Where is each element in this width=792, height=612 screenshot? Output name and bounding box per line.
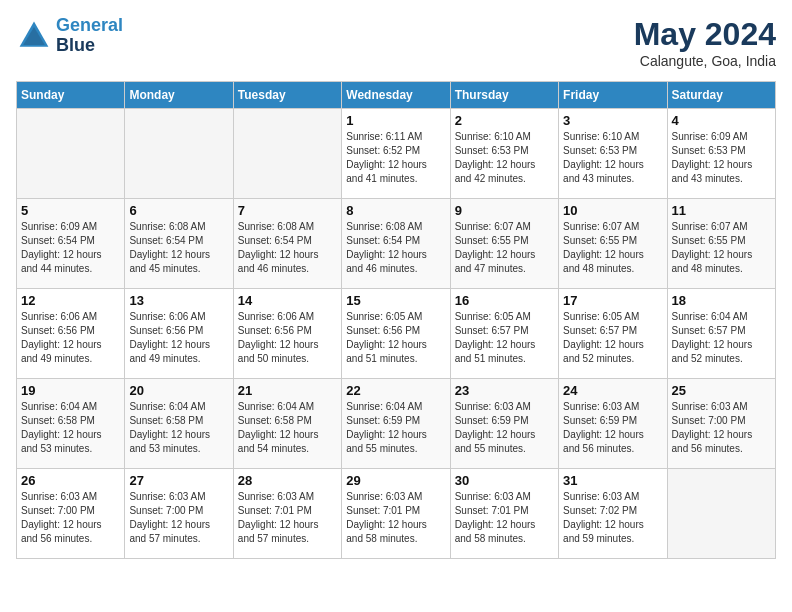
day-info: Sunrise: 6:10 AM Sunset: 6:53 PM Dayligh… <box>563 130 662 186</box>
day-number: 13 <box>129 293 228 308</box>
title-block: May 2024 Calangute, Goa, India <box>634 16 776 69</box>
calendar-cell: 2Sunrise: 6:10 AM Sunset: 6:53 PM Daylig… <box>450 109 558 199</box>
day-number: 19 <box>21 383 120 398</box>
day-info: Sunrise: 6:03 AM Sunset: 7:01 PM Dayligh… <box>346 490 445 546</box>
calendar-cell: 8Sunrise: 6:08 AM Sunset: 6:54 PM Daylig… <box>342 199 450 289</box>
day-info: Sunrise: 6:05 AM Sunset: 6:57 PM Dayligh… <box>563 310 662 366</box>
month-title: May 2024 <box>634 16 776 53</box>
day-number: 21 <box>238 383 337 398</box>
calendar-week-row: 26Sunrise: 6:03 AM Sunset: 7:00 PM Dayli… <box>17 469 776 559</box>
day-info: Sunrise: 6:04 AM Sunset: 6:58 PM Dayligh… <box>21 400 120 456</box>
calendar-cell: 26Sunrise: 6:03 AM Sunset: 7:00 PM Dayli… <box>17 469 125 559</box>
calendar-cell: 25Sunrise: 6:03 AM Sunset: 7:00 PM Dayli… <box>667 379 775 469</box>
calendar-cell: 24Sunrise: 6:03 AM Sunset: 6:59 PM Dayli… <box>559 379 667 469</box>
calendar-cell: 21Sunrise: 6:04 AM Sunset: 6:58 PM Dayli… <box>233 379 341 469</box>
calendar-cell <box>125 109 233 199</box>
calendar-table: SundayMondayTuesdayWednesdayThursdayFrid… <box>16 81 776 559</box>
location: Calangute, Goa, India <box>634 53 776 69</box>
day-number: 16 <box>455 293 554 308</box>
day-number: 31 <box>563 473 662 488</box>
calendar-cell: 14Sunrise: 6:06 AM Sunset: 6:56 PM Dayli… <box>233 289 341 379</box>
day-number: 5 <box>21 203 120 218</box>
day-number: 26 <box>21 473 120 488</box>
calendar-cell: 15Sunrise: 6:05 AM Sunset: 6:56 PM Dayli… <box>342 289 450 379</box>
day-info: Sunrise: 6:06 AM Sunset: 6:56 PM Dayligh… <box>238 310 337 366</box>
day-info: Sunrise: 6:03 AM Sunset: 7:00 PM Dayligh… <box>21 490 120 546</box>
day-info: Sunrise: 6:09 AM Sunset: 6:54 PM Dayligh… <box>21 220 120 276</box>
calendar-cell: 4Sunrise: 6:09 AM Sunset: 6:53 PM Daylig… <box>667 109 775 199</box>
calendar-cell: 28Sunrise: 6:03 AM Sunset: 7:01 PM Dayli… <box>233 469 341 559</box>
day-info: Sunrise: 6:03 AM Sunset: 7:00 PM Dayligh… <box>672 400 771 456</box>
calendar-cell: 3Sunrise: 6:10 AM Sunset: 6:53 PM Daylig… <box>559 109 667 199</box>
day-number: 27 <box>129 473 228 488</box>
calendar-cell: 27Sunrise: 6:03 AM Sunset: 7:00 PM Dayli… <box>125 469 233 559</box>
day-info: Sunrise: 6:11 AM Sunset: 6:52 PM Dayligh… <box>346 130 445 186</box>
day-number: 6 <box>129 203 228 218</box>
day-number: 24 <box>563 383 662 398</box>
day-info: Sunrise: 6:08 AM Sunset: 6:54 PM Dayligh… <box>346 220 445 276</box>
day-number: 12 <box>21 293 120 308</box>
day-number: 9 <box>455 203 554 218</box>
day-number: 15 <box>346 293 445 308</box>
day-info: Sunrise: 6:07 AM Sunset: 6:55 PM Dayligh… <box>563 220 662 276</box>
day-info: Sunrise: 6:03 AM Sunset: 7:01 PM Dayligh… <box>455 490 554 546</box>
calendar-cell: 1Sunrise: 6:11 AM Sunset: 6:52 PM Daylig… <box>342 109 450 199</box>
day-info: Sunrise: 6:09 AM Sunset: 6:53 PM Dayligh… <box>672 130 771 186</box>
day-number: 14 <box>238 293 337 308</box>
calendar-cell: 20Sunrise: 6:04 AM Sunset: 6:58 PM Dayli… <box>125 379 233 469</box>
day-number: 18 <box>672 293 771 308</box>
day-info: Sunrise: 6:03 AM Sunset: 7:02 PM Dayligh… <box>563 490 662 546</box>
day-number: 7 <box>238 203 337 218</box>
day-number: 8 <box>346 203 445 218</box>
logo: General Blue <box>16 16 123 56</box>
day-info: Sunrise: 6:07 AM Sunset: 6:55 PM Dayligh… <box>672 220 771 276</box>
weekday-header-monday: Monday <box>125 82 233 109</box>
weekday-header-saturday: Saturday <box>667 82 775 109</box>
weekday-header-row: SundayMondayTuesdayWednesdayThursdayFrid… <box>17 82 776 109</box>
day-info: Sunrise: 6:04 AM Sunset: 6:58 PM Dayligh… <box>129 400 228 456</box>
calendar-cell: 13Sunrise: 6:06 AM Sunset: 6:56 PM Dayli… <box>125 289 233 379</box>
logo-text: General Blue <box>56 16 123 56</box>
day-info: Sunrise: 6:05 AM Sunset: 6:57 PM Dayligh… <box>455 310 554 366</box>
day-info: Sunrise: 6:06 AM Sunset: 6:56 PM Dayligh… <box>21 310 120 366</box>
weekday-header-friday: Friday <box>559 82 667 109</box>
day-number: 2 <box>455 113 554 128</box>
day-number: 30 <box>455 473 554 488</box>
logo-icon <box>16 18 52 54</box>
day-number: 20 <box>129 383 228 398</box>
day-info: Sunrise: 6:08 AM Sunset: 6:54 PM Dayligh… <box>238 220 337 276</box>
weekday-header-sunday: Sunday <box>17 82 125 109</box>
calendar-cell: 23Sunrise: 6:03 AM Sunset: 6:59 PM Dayli… <box>450 379 558 469</box>
calendar-week-row: 12Sunrise: 6:06 AM Sunset: 6:56 PM Dayli… <box>17 289 776 379</box>
day-info: Sunrise: 6:06 AM Sunset: 6:56 PM Dayligh… <box>129 310 228 366</box>
calendar-cell <box>17 109 125 199</box>
calendar-cell: 29Sunrise: 6:03 AM Sunset: 7:01 PM Dayli… <box>342 469 450 559</box>
calendar-cell: 22Sunrise: 6:04 AM Sunset: 6:59 PM Dayli… <box>342 379 450 469</box>
calendar-cell: 10Sunrise: 6:07 AM Sunset: 6:55 PM Dayli… <box>559 199 667 289</box>
day-info: Sunrise: 6:03 AM Sunset: 7:00 PM Dayligh… <box>129 490 228 546</box>
day-number: 25 <box>672 383 771 398</box>
calendar-cell: 12Sunrise: 6:06 AM Sunset: 6:56 PM Dayli… <box>17 289 125 379</box>
calendar-week-row: 19Sunrise: 6:04 AM Sunset: 6:58 PM Dayli… <box>17 379 776 469</box>
day-info: Sunrise: 6:03 AM Sunset: 7:01 PM Dayligh… <box>238 490 337 546</box>
day-info: Sunrise: 6:04 AM Sunset: 6:59 PM Dayligh… <box>346 400 445 456</box>
day-info: Sunrise: 6:10 AM Sunset: 6:53 PM Dayligh… <box>455 130 554 186</box>
calendar-cell: 17Sunrise: 6:05 AM Sunset: 6:57 PM Dayli… <box>559 289 667 379</box>
calendar-cell: 30Sunrise: 6:03 AM Sunset: 7:01 PM Dayli… <box>450 469 558 559</box>
weekday-header-thursday: Thursday <box>450 82 558 109</box>
calendar-cell: 5Sunrise: 6:09 AM Sunset: 6:54 PM Daylig… <box>17 199 125 289</box>
calendar-cell: 16Sunrise: 6:05 AM Sunset: 6:57 PM Dayli… <box>450 289 558 379</box>
day-number: 23 <box>455 383 554 398</box>
day-number: 17 <box>563 293 662 308</box>
day-info: Sunrise: 6:03 AM Sunset: 6:59 PM Dayligh… <box>563 400 662 456</box>
day-info: Sunrise: 6:04 AM Sunset: 6:57 PM Dayligh… <box>672 310 771 366</box>
calendar-cell: 18Sunrise: 6:04 AM Sunset: 6:57 PM Dayli… <box>667 289 775 379</box>
calendar-cell <box>233 109 341 199</box>
calendar-cell: 31Sunrise: 6:03 AM Sunset: 7:02 PM Dayli… <box>559 469 667 559</box>
day-info: Sunrise: 6:04 AM Sunset: 6:58 PM Dayligh… <box>238 400 337 456</box>
calendar-cell: 19Sunrise: 6:04 AM Sunset: 6:58 PM Dayli… <box>17 379 125 469</box>
day-info: Sunrise: 6:05 AM Sunset: 6:56 PM Dayligh… <box>346 310 445 366</box>
weekday-header-tuesday: Tuesday <box>233 82 341 109</box>
day-number: 28 <box>238 473 337 488</box>
day-number: 11 <box>672 203 771 218</box>
